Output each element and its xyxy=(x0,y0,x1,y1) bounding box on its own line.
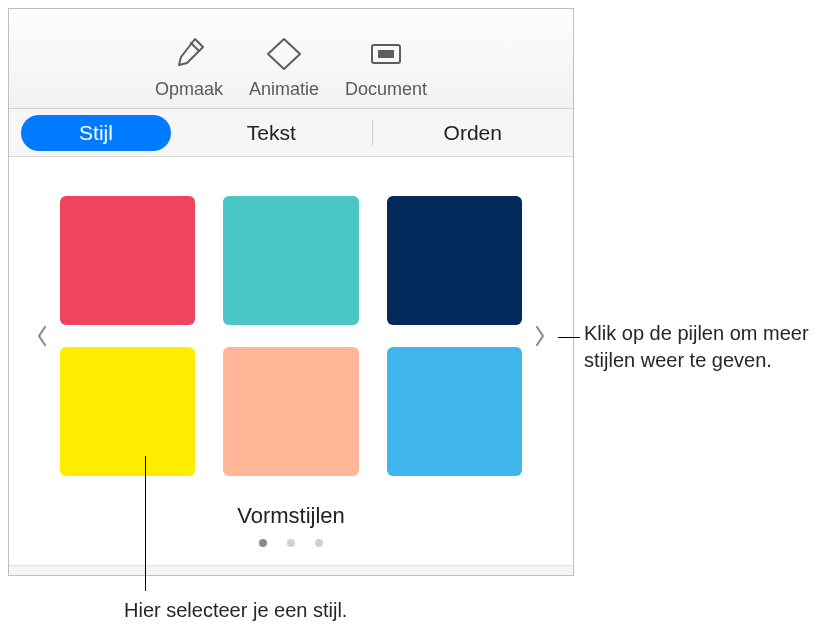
style-swatch-grid xyxy=(60,196,522,476)
toolbar-label: Document xyxy=(345,79,427,100)
toolbar-label: Opmaak xyxy=(155,79,223,100)
tab-stijl[interactable]: Stijl xyxy=(21,115,171,151)
svg-rect-1 xyxy=(378,50,394,58)
pager-dot[interactable] xyxy=(315,539,323,547)
diamond-icon xyxy=(262,33,306,75)
callout-leader xyxy=(145,456,146,591)
chevron-right-icon[interactable] xyxy=(526,324,554,348)
toolbar-item-animatie[interactable]: Animatie xyxy=(245,33,323,100)
format-sidebar-panel: Opmaak Animatie Document Stijl Tekst Ord… xyxy=(8,8,574,576)
pager-dot[interactable] xyxy=(287,539,295,547)
brush-icon xyxy=(167,33,211,75)
style-swatch[interactable] xyxy=(387,347,522,476)
callout-select: Hier selecteer je een stijl. xyxy=(124,597,347,624)
style-swatch[interactable] xyxy=(60,347,195,476)
style-swatch[interactable] xyxy=(223,347,358,476)
toolbar-item-opmaak[interactable]: Opmaak xyxy=(151,33,227,100)
tab-separator xyxy=(372,120,373,146)
style-swatch[interactable] xyxy=(223,196,358,325)
sidebar-toolbar: Opmaak Animatie Document xyxy=(9,9,573,109)
styles-content: Vormstijlen xyxy=(9,157,573,575)
styles-pager xyxy=(9,539,573,547)
toolbar-item-document[interactable]: Document xyxy=(341,33,431,100)
slide-icon xyxy=(364,33,408,75)
tab-orden[interactable]: Orden xyxy=(385,115,562,151)
pager-dot[interactable] xyxy=(259,539,267,547)
format-tab-bar: Stijl Tekst Orden xyxy=(9,109,573,157)
style-swatch[interactable] xyxy=(387,196,522,325)
section-label-vormstijlen: Vormstijlen xyxy=(9,503,573,529)
callout-leader xyxy=(558,337,580,338)
chevron-left-icon[interactable] xyxy=(28,324,56,348)
callout-arrows: Klik op de pijlen om meer stijlen weer t… xyxy=(584,320,814,374)
toolbar-label: Animatie xyxy=(249,79,319,100)
style-swatch[interactable] xyxy=(60,196,195,325)
tab-tekst[interactable]: Tekst xyxy=(183,115,360,151)
horizontal-scrollbar[interactable] xyxy=(9,565,573,575)
